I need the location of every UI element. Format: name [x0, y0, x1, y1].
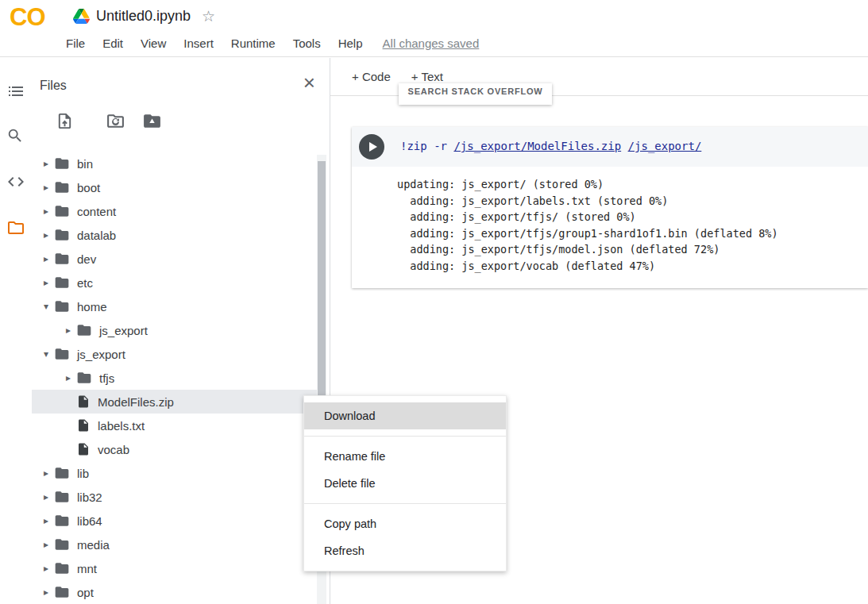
refresh-folder-icon[interactable]	[103, 109, 127, 133]
tree-expand-arrow-icon[interactable]: ▸	[38, 206, 54, 217]
context-menu-item[interactable]: Delete file	[304, 470, 506, 497]
output-line: adding: js_export/tfjs/ (stored 0%)	[397, 209, 868, 225]
tree-row[interactable]: ▸ mnt	[32, 556, 317, 580]
files-toolbar	[32, 106, 330, 137]
menu-item-edit[interactable]: Edit	[94, 37, 132, 50]
code-path-link-2[interactable]: /js_export/	[628, 140, 702, 152]
output-line: adding: js_export/labels.txt (stored 0%)	[397, 193, 868, 210]
tree-item-label: boot	[77, 181, 100, 194]
colab-logo[interactable]: CO	[10, 3, 45, 32]
context-menu-divider	[304, 436, 506, 437]
add-code-button[interactable]: + Code	[352, 70, 391, 83]
upload-icon[interactable]	[52, 109, 76, 133]
left-rail	[0, 58, 32, 604]
tree-item-label: mnt	[77, 562, 97, 575]
output-line: adding: js_export/vocab (deflated 47%)	[397, 258, 868, 275]
tree-expand-arrow-icon[interactable]: ▸	[38, 515, 54, 526]
search-stack-overflow-label: SEARCH STACK OVERFLOW	[408, 86, 543, 97]
menu-item-help[interactable]: Help	[330, 37, 372, 50]
tree-expand-arrow-icon[interactable]: ▸	[38, 587, 54, 598]
tree-expand-arrow-icon[interactable]: ▸	[38, 563, 54, 574]
tree-row[interactable]: ▸ lib64	[32, 509, 317, 533]
tree-row[interactable]: ▸ etc	[32, 271, 317, 294]
menu-item-runtime[interactable]: Runtime	[222, 37, 284, 50]
tree-row[interactable]: ▸ content	[32, 199, 317, 223]
tree-row[interactable]: ▸ js_export	[32, 318, 317, 342]
tree-row[interactable]: ▸ lib	[32, 461, 317, 485]
folder-icon	[76, 370, 92, 386]
context-menu-item[interactable]: Download	[304, 402, 506, 429]
folder-icon	[54, 179, 70, 195]
files-panel-title: Files	[40, 79, 67, 93]
context-menu-item[interactable]: Rename file	[304, 443, 506, 470]
tree-row[interactable]: ▸ tfjs	[32, 366, 317, 390]
tree-row[interactable]: ▸ media	[32, 533, 317, 556]
folder-icon	[54, 298, 70, 314]
tree-item-label: ModelFiles.zip	[98, 395, 174, 409]
menu-item-tools[interactable]: Tools	[284, 37, 330, 50]
tree-expand-arrow-icon[interactable]: ▸	[38, 491, 54, 502]
tree-expand-arrow-icon[interactable]: ▸	[38, 253, 54, 264]
tree-expand-arrow-icon[interactable]: ▸	[38, 229, 54, 240]
mount-drive-icon[interactable]	[140, 109, 164, 133]
files-tab-icon[interactable]	[6, 218, 25, 237]
file-icon	[76, 418, 91, 433]
menu-item-insert[interactable]: Insert	[175, 37, 222, 50]
tree-expand-arrow-icon[interactable]: ▸	[38, 158, 54, 169]
tree-item-label: dev	[77, 252, 96, 266]
tree-expand-arrow-icon[interactable]: ▸	[60, 325, 76, 336]
menu-item-file[interactable]: File	[57, 37, 94, 50]
autosave-status[interactable]: All changes saved	[383, 37, 480, 50]
context-menu-item[interactable]: Copy path	[304, 510, 506, 537]
tree-row[interactable]: ▸ lib32	[32, 485, 317, 509]
tree-expand-arrow-icon[interactable]: ▸	[38, 539, 54, 550]
folder-icon	[54, 537, 70, 552]
context-menu-divider	[304, 503, 506, 504]
context-menu: Download Rename file Delete file Copy pa…	[303, 395, 507, 571]
code-snippets-icon[interactable]	[6, 172, 25, 191]
tree-item-label: js_export	[99, 324, 148, 337]
output-line: adding: js_export/tfjs/group1-shard1of1.…	[397, 225, 868, 242]
context-menu-item[interactable]: Refresh	[304, 537, 506, 564]
code-separator	[621, 140, 627, 152]
app-header: CO Untitled0.ipynb ☆ File Edit View Inse…	[0, 0, 868, 57]
folder-icon	[54, 560, 70, 576]
tree-expand-arrow-icon[interactable]: ▾	[38, 348, 54, 360]
tree-row[interactable]: ▸ dev	[32, 247, 317, 271]
add-text-button[interactable]: + Text	[411, 70, 443, 83]
menu-item-view[interactable]: View	[132, 37, 175, 50]
code-command: !zip -r	[400, 140, 453, 152]
run-cell-button[interactable]	[359, 134, 384, 160]
search-icon[interactable]	[6, 127, 25, 146]
folder-icon	[54, 489, 70, 505]
table-of-contents-icon[interactable]	[6, 82, 25, 101]
tree-row[interactable]: ▸ boot	[32, 175, 317, 199]
code-cell: !zip -r /js_export/ModelFiles.zip /js_ex…	[352, 127, 868, 288]
search-stack-overflow-button[interactable]: SEARCH STACK OVERFLOW	[399, 83, 552, 105]
tree-item-label: js_export	[77, 348, 125, 361]
tree-row[interactable]: labels.txt	[32, 414, 317, 437]
tree-row[interactable]: ▾ home	[32, 294, 317, 318]
tree-row[interactable]: ▸ opt	[32, 580, 317, 604]
tree-row[interactable]: ▾ js_export	[32, 342, 317, 366]
code-cell-header: !zip -r /js_export/ModelFiles.zip /js_ex…	[352, 127, 868, 167]
tree-row[interactable]: ▸ bin	[32, 152, 317, 175]
tree-item-label: tfjs	[99, 371, 114, 385]
code-editor-line[interactable]: !zip -r /js_export/ModelFiles.zip /js_ex…	[384, 127, 701, 167]
tree-row[interactable]: ModelFiles.zip	[32, 390, 317, 414]
tree-expand-arrow-icon[interactable]: ▸	[38, 467, 54, 479]
scrollbar-thumb[interactable]	[318, 161, 326, 425]
tree-expand-arrow-icon[interactable]: ▸	[38, 182, 54, 193]
tree-expand-arrow-icon[interactable]: ▸	[60, 372, 76, 383]
menu-bar: File Edit View Insert Runtime Tools Help…	[57, 33, 479, 52]
star-icon[interactable]: ☆	[202, 7, 215, 25]
notebook-title[interactable]: Untitled0.ipynb	[96, 8, 191, 25]
code-path-link-1[interactable]: /js_export/ModelFiles.zip	[453, 140, 621, 152]
tree-expand-arrow-icon[interactable]: ▾	[38, 301, 54, 312]
tree-item-label: lib64	[77, 514, 102, 528]
tree-row[interactable]: ▸ datalab	[32, 223, 317, 247]
tree-row[interactable]: vocab	[32, 437, 317, 461]
tree-item-label: home	[77, 300, 107, 314]
close-panel-icon[interactable]: ×	[303, 72, 315, 93]
tree-expand-arrow-icon[interactable]: ▸	[38, 277, 54, 288]
